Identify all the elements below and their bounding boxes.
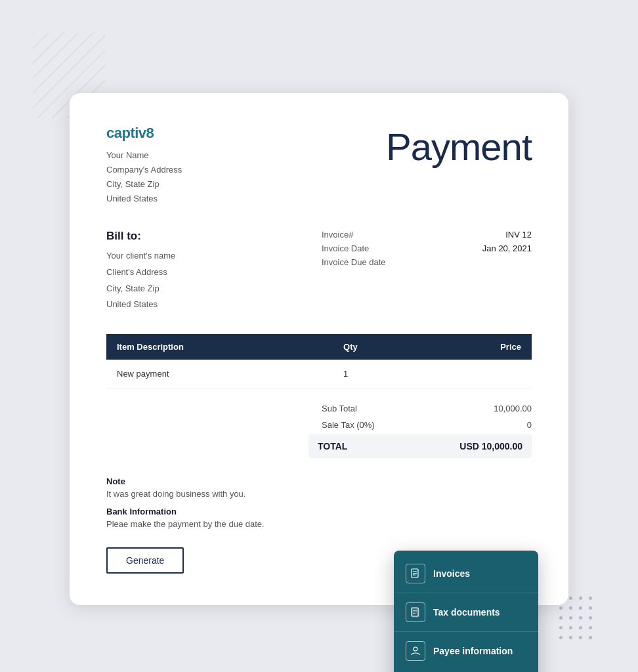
bank-info-text: Pleae make the payment by the due date.: [106, 519, 532, 529]
dots-pattern: [559, 597, 592, 646]
row-description: New payment: [106, 360, 333, 388]
payee-icon: [406, 641, 425, 661]
subtotal-label: Sub Total: [322, 404, 357, 413]
row-price: [423, 360, 532, 388]
col-description: Item Description: [106, 334, 333, 360]
tax-value: 0: [527, 420, 532, 430]
bill-to: Bill to: Your client's name Client's Add…: [106, 230, 175, 313]
col-price: Price: [423, 334, 532, 360]
invoice-num-label: Invoice#: [322, 230, 400, 240]
client-city-state-zip: City, State Zip: [106, 281, 175, 297]
payment-title: Payment: [386, 125, 532, 169]
subtotal-row: Sub Total 10,000.00: [322, 402, 532, 415]
dropdown-item-payee[interactable]: Payee information: [394, 633, 538, 669]
bank-info-label: Bank Information: [106, 507, 532, 516]
total-label: TOTAL: [318, 441, 347, 452]
sender-info: Your Name Company's Address City, State …: [106, 148, 182, 206]
total-row-final: TOTAL USD 10,000.00: [308, 434, 532, 458]
sender-address: Company's Address: [106, 163, 182, 177]
row-qty: 1: [333, 360, 423, 388]
brand-suffix: 8: [146, 125, 154, 141]
sender-name: Your Name: [106, 148, 182, 163]
page-wrapper: captiv8 Your Name Company's Address City…: [13, 13, 625, 672]
invoice-header: captiv8 Your Name Company's Address City…: [106, 125, 532, 206]
divider-2: [394, 631, 538, 632]
invoice-date-label: Invoice Date: [322, 243, 400, 253]
payee-sub-items: Bank account Routing number Address: [394, 669, 538, 672]
col-qty: Qty: [333, 334, 423, 360]
note-text: It was great doing business with you.: [106, 489, 532, 499]
svg-point-11: [414, 647, 417, 651]
invoices-label: Invoices: [433, 568, 470, 579]
invoice-num-row: Invoice# INV 12: [322, 230, 532, 240]
dropdown-item-invoices[interactable]: Invoices: [394, 556, 538, 591]
invoice-date-value: Jan 20, 2021: [482, 243, 532, 253]
dropdown-item-tax[interactable]: Tax documents: [394, 595, 538, 630]
table-container: Item Description Qty Price New payment 1: [106, 334, 532, 388]
invoice-date-row: Invoice Date Jan 20, 2021: [322, 243, 532, 253]
subtotal-value: 10,000.00: [494, 404, 532, 413]
sender-block: captiv8 Your Name Company's Address City…: [106, 125, 182, 206]
note-label: Note: [106, 476, 532, 486]
invoice-table: Item Description Qty Price New payment 1: [106, 334, 532, 388]
invoice-card: captiv8 Your Name Company's Address City…: [70, 93, 568, 605]
invoice-due-label: Invoice Due date: [322, 257, 400, 267]
generate-button[interactable]: Generate: [106, 547, 184, 574]
tax-icon: [406, 602, 425, 622]
client-address: Client's Address: [106, 264, 175, 281]
invoices-icon: [406, 564, 425, 583]
client-country: United States: [106, 297, 175, 313]
brand-prefix: captiv: [106, 125, 146, 141]
total-value: USD 10,000.00: [459, 441, 522, 452]
tax-label: Sale Tax (0%): [322, 420, 375, 430]
divider-1: [394, 593, 538, 593]
payee-label: Payee information: [433, 646, 513, 656]
invoice-num-value: INV 12: [505, 230, 532, 240]
tax-row: Sale Tax (0%) 0: [322, 418, 532, 432]
brand-name: captiv8: [106, 125, 182, 142]
billing-section: Bill to: Your client's name Client's Add…: [106, 230, 532, 313]
invoice-due-row: Invoice Due date: [322, 257, 532, 267]
sender-city-state-zip: City, State Zip: [106, 177, 182, 192]
dropdown-menu[interactable]: Invoices Tax documents: [394, 551, 538, 672]
tax-label: Tax documents: [433, 607, 500, 618]
invoice-meta: Invoice# INV 12 Invoice Date Jan 20, 202…: [322, 230, 532, 313]
table-header: Item Description Qty Price: [106, 334, 532, 360]
bill-to-label: Bill to:: [106, 230, 175, 243]
totals-section: Sub Total 10,000.00 Sale Tax (0%) 0 TOTA…: [106, 402, 532, 458]
table-row: New payment 1: [106, 360, 532, 388]
table-body: New payment 1: [106, 360, 532, 388]
client-name: Your client's name: [106, 248, 175, 264]
sender-country: United States: [106, 192, 182, 206]
note-section: Note It was great doing business with yo…: [106, 476, 532, 529]
